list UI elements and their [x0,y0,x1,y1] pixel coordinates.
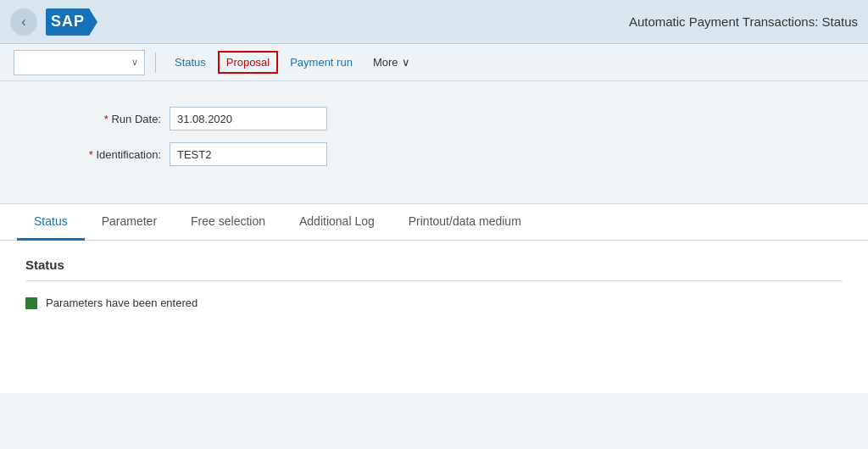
more-chevron-icon: ∨ [402,56,410,69]
tab-status[interactable]: Status [17,204,85,241]
run-date-row: * Run Date: [51,107,817,130]
tab-printout-data-medium[interactable]: Printout/data medium [392,204,538,241]
toolbar-divider [155,53,156,73]
status-button[interactable]: Status [166,51,214,74]
status-indicator-icon [25,297,37,309]
payment-run-button[interactable]: Payment run [281,51,361,74]
more-button-label: More [373,56,398,69]
page-title: Automatic Payment Transactions: Status [629,14,858,29]
section-divider [25,280,843,281]
sap-logo: SAP [46,8,97,36]
back-button[interactable]: ‹ [10,8,37,36]
tab-parameter[interactable]: Parameter [85,204,174,241]
identification-label: * Identification: [51,148,161,161]
identification-input[interactable] [170,142,327,166]
sap-logo-box: SAP [46,8,90,36]
toolbar-select-wrapper[interactable]: ∨ [14,50,145,75]
payment-run-button-label: Payment run [290,56,353,69]
status-text: Parameters have been entered [46,297,198,309]
tabs-container: Status Parameter Free selection Addition… [0,203,868,393]
tabs-bar: Status Parameter Free selection Addition… [0,204,868,241]
main-content: * Run Date: * Identification: [0,81,868,195]
back-arrow-icon: ‹ [21,14,25,30]
run-date-label: * Run Date: [51,113,161,125]
run-date-input[interactable] [170,107,327,130]
toolbar-dropdown[interactable] [14,50,145,75]
tab-additional-log[interactable]: Additional Log [282,204,392,241]
sap-logo-text: SAP [51,13,85,30]
tab-content-status: Status Parameters have been entered [0,241,868,393]
tab-free-selection[interactable]: Free selection [174,204,282,241]
toolbar: ∨ Status Proposal Payment run More ∨ [0,44,868,81]
app-header: ‹ SAP Automatic Payment Transactions: St… [0,0,868,44]
proposal-button-label: Proposal [226,56,270,69]
proposal-button[interactable]: Proposal [218,51,278,74]
more-button[interactable]: More ∨ [364,51,419,74]
status-button-label: Status [175,56,206,69]
identification-row: * Identification: [51,142,817,166]
status-item: Parameters have been entered [25,293,843,313]
sap-logo-diamond [89,8,97,36]
section-title: Status [25,258,843,272]
